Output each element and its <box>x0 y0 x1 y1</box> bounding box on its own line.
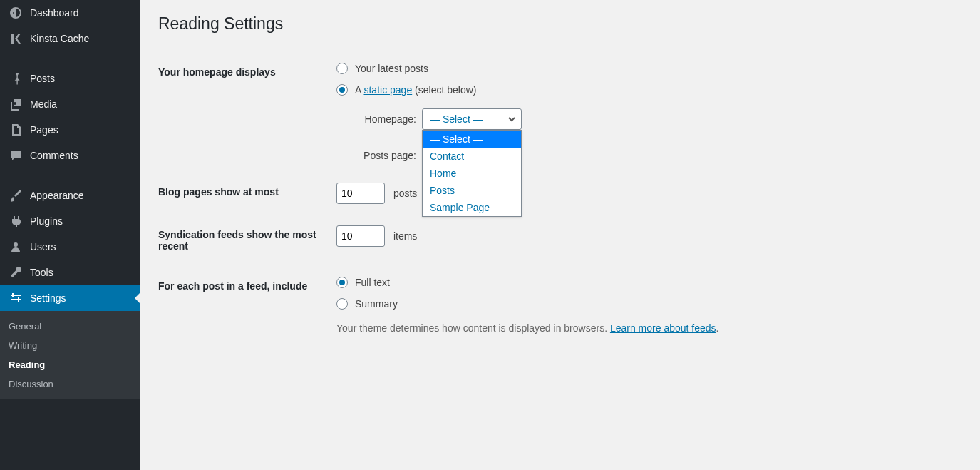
sidebar-item-settings[interactable]: Settings <box>0 285 140 311</box>
sidebar-item-comments[interactable]: Comments <box>0 143 140 168</box>
user-icon <box>9 240 23 254</box>
submenu-item-reading[interactable]: Reading <box>0 355 140 374</box>
sidebar-item-label: Appearance <box>30 190 84 201</box>
comment-icon <box>9 148 23 163</box>
radio-static-page-label: A static page (select below) <box>355 84 476 96</box>
homepage-select-label: Homepage: <box>352 113 416 125</box>
feed-description: Your theme determines how content is dis… <box>336 322 955 334</box>
blog-pages-input[interactable] <box>336 183 385 204</box>
menu-separator <box>0 51 140 66</box>
feed-content-label: For each post in a feed, include <box>158 266 329 344</box>
sidebar-item-label: Tools <box>30 267 53 278</box>
syndication-suffix: items <box>393 230 417 242</box>
sidebar-item-plugins[interactable]: Plugins <box>0 208 140 234</box>
syndication-input[interactable] <box>336 225 385 247</box>
sidebar-item-posts[interactable]: Posts <box>0 66 140 91</box>
radio-summary[interactable] <box>336 298 348 310</box>
sidebar-item-label: Kinsta Cache <box>30 33 89 44</box>
menu-separator <box>0 168 140 183</box>
radio-summary-label: Summary <box>355 298 398 310</box>
media-icon <box>9 97 23 111</box>
radio-full-text[interactable] <box>336 277 348 288</box>
page-title: Reading Settings <box>158 7 962 38</box>
sidebar-item-label: Plugins <box>30 215 63 227</box>
settings-submenu: General Writing Reading Discussion <box>0 311 140 399</box>
dropdown-option-sample-page[interactable]: Sample Page <box>423 199 521 216</box>
sidebar-item-media[interactable]: Media <box>0 91 140 117</box>
sidebar-item-label: Posts <box>30 73 55 84</box>
sidebar-item-kinsta-cache[interactable]: Kinsta Cache <box>0 26 140 51</box>
static-page-link[interactable]: static page <box>363 84 412 96</box>
brush-icon <box>9 188 23 203</box>
syndication-label: Syndication feeds show the most recent <box>158 215 329 266</box>
sidebar-item-label: Dashboard <box>30 7 79 19</box>
posts-page-select-label: Posts page: <box>352 150 416 161</box>
sidebar-item-label: Settings <box>30 292 66 304</box>
radio-latest-posts-label: Your latest posts <box>355 63 428 74</box>
dropdown-option-contact[interactable]: Contact <box>423 148 521 165</box>
plug-icon <box>9 214 23 228</box>
learn-more-feeds-link[interactable]: Learn more about feeds <box>610 322 716 334</box>
main-content: Reading Settings Your homepage displays … <box>140 0 980 470</box>
settings-form: Your homepage displays Your latest posts… <box>158 52 962 344</box>
submenu-item-writing[interactable]: Writing <box>0 336 140 355</box>
blog-pages-label: Blog pages show at most <box>158 172 329 215</box>
sidebar-item-pages[interactable]: Pages <box>0 117 140 143</box>
dashboard-icon <box>9 6 23 20</box>
pin-icon <box>9 71 23 86</box>
sidebar-item-dashboard[interactable]: Dashboard <box>0 0 140 26</box>
radio-static-page[interactable] <box>336 84 348 96</box>
sidebar-item-label: Media <box>30 98 57 110</box>
homepage-displays-label: Your homepage displays <box>158 52 329 172</box>
homepage-select[interactable]: — Select — <box>422 108 522 130</box>
homepage-dropdown: — Select — Contact Home Posts Sample Pag… <box>422 130 522 217</box>
sidebar-item-tools[interactable]: Tools <box>0 260 140 285</box>
wrench-icon <box>9 265 23 280</box>
sidebar-item-users[interactable]: Users <box>0 234 140 260</box>
sidebar-item-label: Comments <box>30 150 78 161</box>
sidebar-item-label: Users <box>30 241 56 252</box>
radio-full-text-label: Full text <box>355 277 390 288</box>
sidebar-item-appearance[interactable]: Appearance <box>0 183 140 208</box>
sliders-icon <box>9 291 23 305</box>
radio-latest-posts[interactable] <box>336 63 348 74</box>
dropdown-option-home[interactable]: Home <box>423 165 521 182</box>
dropdown-option-posts[interactable]: Posts <box>423 182 521 199</box>
blog-pages-suffix: posts <box>393 188 417 199</box>
submenu-item-discussion[interactable]: Discussion <box>0 374 140 394</box>
submenu-item-general[interactable]: General <box>0 317 140 336</box>
dropdown-option-select[interactable]: — Select — <box>423 131 521 148</box>
kinsta-icon <box>9 31 23 46</box>
sidebar-item-label: Pages <box>30 124 58 136</box>
admin-sidebar: Dashboard Kinsta Cache Posts Media Pages… <box>0 0 140 470</box>
page-icon <box>9 123 23 137</box>
